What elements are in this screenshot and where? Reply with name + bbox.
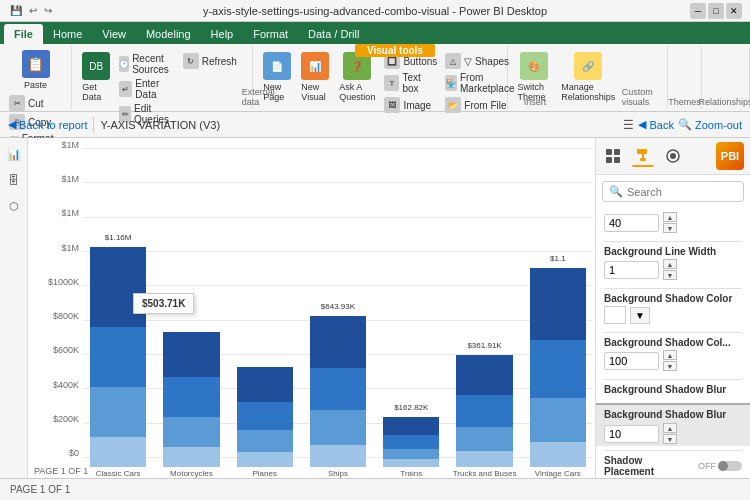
- bg-shadow-blur-input[interactable]: [604, 425, 659, 443]
- new-page-button[interactable]: 📄 New Page: [259, 50, 295, 104]
- color-dropdown[interactable]: ▼: [630, 307, 650, 324]
- shadow-placement-label: Shadow Placement: [604, 455, 692, 477]
- list-view-icon[interactable]: ☰: [623, 118, 634, 132]
- spin-up-bg-shadow-col[interactable]: ▲: [663, 350, 677, 360]
- sidebar-model-icon[interactable]: ⬡: [4, 196, 24, 216]
- textbox-label: Text box: [402, 72, 437, 94]
- y-label-9: $200K: [53, 414, 79, 424]
- themes-group: Themes: [668, 46, 702, 109]
- switch-theme-button[interactable]: 🎨 Switch Theme: [514, 50, 556, 104]
- bar-stack-trains: [383, 417, 439, 467]
- toggle-track[interactable]: [718, 461, 742, 471]
- recent-sources-button[interactable]: 🕐 Recent Sources: [116, 52, 178, 76]
- bar-vintage-cars[interactable]: $1.1 Vintage Cars: [523, 268, 593, 478]
- shapes-label: ▽ Shapes: [464, 56, 509, 67]
- shadow-placement-toggle[interactable]: OFF: [698, 461, 742, 471]
- switch-theme-label: Switch Theme: [518, 82, 552, 102]
- cut-button[interactable]: ✂ Cut: [6, 94, 65, 112]
- undo-icon[interactable]: ↩: [27, 4, 39, 17]
- sidebar-report-icon[interactable]: 📊: [4, 144, 24, 164]
- visual-tools-label: Visual tools: [355, 44, 435, 57]
- bar-motorcycles[interactable]: Motorcycles: [156, 332, 226, 478]
- bar-seg3-t: [383, 449, 439, 459]
- bg-line-width-input[interactable]: [604, 261, 659, 279]
- y-label-1: $1M: [61, 140, 79, 150]
- new-visual-button[interactable]: 📊 New Visual: [297, 50, 333, 104]
- spin-up-bg-line[interactable]: ▲: [663, 259, 677, 269]
- tab-data-drill[interactable]: Data / Drill: [298, 24, 369, 44]
- get-data-label: Get Data: [82, 82, 110, 102]
- spin-down-bg-blur[interactable]: ▼: [663, 434, 677, 444]
- tab-view[interactable]: View: [92, 24, 136, 44]
- bar-xlabel-trucks: Trucks and Buses: [453, 469, 517, 478]
- tab-home2[interactable]: Home: [43, 24, 92, 44]
- refresh-label: Refresh: [202, 56, 237, 67]
- bar-xlabel-vintage: Vintage Cars: [535, 469, 581, 478]
- bar-label-classic-cars-top: $1.16M: [105, 233, 132, 242]
- manage-relationships-button[interactable]: 🔗 Manage Relationships: [557, 50, 619, 104]
- redo-icon[interactable]: ↪: [42, 4, 54, 17]
- format-tab[interactable]: [632, 145, 654, 167]
- nav-zoom-button[interactable]: 🔍 Zoom-out: [678, 118, 742, 131]
- status-page-label: PAGE 1 OF 1: [10, 484, 70, 495]
- back-to-report-button[interactable]: ◀ Back to report: [8, 118, 87, 131]
- close-button[interactable]: ✕: [726, 3, 742, 19]
- tab-help[interactable]: Help: [201, 24, 244, 44]
- maximize-button[interactable]: □: [708, 3, 724, 19]
- bar-seg4-s: [310, 445, 366, 467]
- toolbar: ◀ Back to report Y-AXIS VARIATION (V3) ☰…: [0, 112, 750, 138]
- y-label-10: $0: [69, 448, 79, 458]
- save-icon[interactable]: 💾: [8, 4, 24, 17]
- fields-tab-icon: [605, 148, 621, 164]
- spin-down-bg-line[interactable]: ▼: [663, 270, 677, 280]
- toggle-thumb: [718, 461, 728, 471]
- nav-zoom-label: Zoom-out: [695, 119, 742, 131]
- svg-rect-2: [606, 157, 612, 163]
- spin-down-bg-shadow-col[interactable]: ▼: [663, 361, 677, 371]
- search-input[interactable]: [627, 186, 750, 198]
- status-bar: PAGE 1 OF 1: [0, 478, 750, 500]
- bar-stack-vintage: [530, 268, 586, 467]
- color-swatch[interactable]: [604, 306, 626, 324]
- bar-seg2-s: [310, 368, 366, 410]
- tab-format[interactable]: Format: [243, 24, 298, 44]
- search-box[interactable]: 🔍: [602, 181, 744, 202]
- paste-button[interactable]: 📋 Paste: [18, 48, 54, 92]
- bar-seg1: [90, 247, 146, 327]
- bar-ships[interactable]: $643.93K Ships: [303, 316, 373, 478]
- enter-data-button[interactable]: ↵ Enter Data: [116, 77, 178, 101]
- textbox-button[interactable]: T Text box: [381, 71, 440, 95]
- spin-down-40[interactable]: ▼: [663, 223, 677, 233]
- bar-planes[interactable]: Planes: [230, 367, 300, 478]
- ask-question-button[interactable]: ❓ Ask A Question: [335, 50, 379, 104]
- image-button[interactable]: 🖼 Image: [381, 96, 440, 114]
- spin-up-bg-blur[interactable]: ▲: [663, 423, 677, 433]
- get-data-button[interactable]: DB Get Data: [78, 50, 114, 104]
- tab-modeling[interactable]: Modeling: [136, 24, 201, 44]
- bar-xlabel-ships: Ships: [328, 469, 348, 478]
- nav-back-button[interactable]: ◀ Back: [638, 118, 673, 131]
- bg-shadow-col-control: ▲ ▼: [604, 350, 742, 371]
- analytics-tab[interactable]: [662, 145, 684, 167]
- custom-visuals-group: 🎨 Switch Theme 🔗 Manage Relationships Cu…: [508, 46, 668, 109]
- prop-input-40[interactable]: [604, 214, 659, 232]
- cut-label: Cut: [28, 98, 44, 109]
- fields-tab[interactable]: [602, 145, 624, 167]
- bar-classic-cars[interactable]: $1.16M Classic Cars: [83, 247, 153, 478]
- spin-up-40[interactable]: ▲: [663, 212, 677, 222]
- chart-y-axis: $1M $1M $1M $1M $1000K $800K $600K $400K…: [28, 138, 83, 458]
- tab-home[interactable]: File: [4, 24, 43, 44]
- refresh-button[interactable]: ↻ Refresh: [180, 52, 240, 70]
- enter-data-label: Enter Data: [135, 78, 174, 100]
- bar-seg2-t: [383, 435, 439, 449]
- bar-trains[interactable]: $162.82K Trains: [376, 417, 446, 478]
- bar-trucks[interactable]: $361.91K Trucks and Buses: [449, 355, 519, 478]
- pbi-logo-text: PBI: [721, 150, 739, 162]
- y-label-5: $1000K: [48, 277, 79, 287]
- bg-shadow-col-input[interactable]: [604, 352, 659, 370]
- sidebar-data-icon[interactable]: 🗄: [4, 170, 24, 190]
- right-panel: PBI 🔍 ▲ ▼ Backgroun: [595, 138, 750, 478]
- back-to-report-label: Back to report: [19, 119, 87, 131]
- minimize-button[interactable]: ─: [690, 3, 706, 19]
- main-area: 📊 🗄 ⬡ $1M $1M $1M $1M $1000K $800K $600K: [0, 138, 750, 478]
